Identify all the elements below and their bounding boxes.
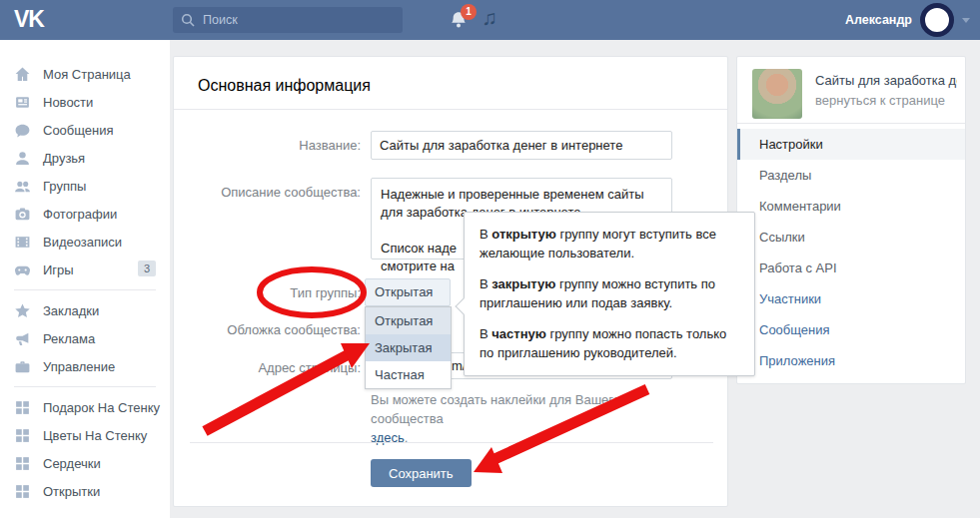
- sidebar-item-label: Фотографии: [43, 207, 117, 222]
- sidebar-item-photos[interactable]: Фотографии: [0, 200, 170, 228]
- gamepad-icon: [14, 261, 31, 278]
- nav-item-apps[interactable]: Приложения: [737, 345, 965, 376]
- sidebar-item-videos[interactable]: Видеозаписи: [0, 228, 170, 256]
- sidebar-item-bookmarks[interactable]: Закладки: [0, 296, 170, 324]
- camera-icon: [14, 206, 31, 223]
- tooltip-paragraph-private: В частную группу можно попасть только по…: [480, 325, 739, 362]
- notification-count-badge: 1: [461, 4, 477, 20]
- description-line: Надежные и проверенные временем сайты: [381, 186, 662, 204]
- sidebar-item-app-postcards[interactable]: Открытки: [0, 477, 170, 505]
- sidebar-item-messages[interactable]: Сообщения: [0, 116, 170, 144]
- sidebar-item-label: Игры: [43, 262, 74, 277]
- top-bar: VK 1 ♫ Александр: [0, 0, 980, 40]
- sidebar-item-label: Подарок На Стенку: [43, 400, 160, 415]
- save-button[interactable]: Сохранить: [371, 459, 472, 487]
- app-grid-icon: [14, 399, 31, 416]
- home-icon: [14, 66, 31, 83]
- sidebar-item-label: Новости: [43, 95, 93, 110]
- app-grid-icon: [14, 427, 31, 444]
- search-icon: [181, 13, 195, 27]
- sidebar-item-friends[interactable]: Друзья: [0, 144, 170, 172]
- name-label: Название:: [174, 138, 361, 153]
- sidebar-item-games[interactable]: Игры 3: [0, 256, 170, 283]
- messages-icon: [14, 122, 31, 139]
- notifications-button[interactable]: 1: [449, 8, 475, 34]
- divider: [174, 109, 727, 110]
- megaphone-icon: [14, 330, 31, 347]
- sidebar-item-app-hearts[interactable]: Сердечки: [0, 449, 170, 477]
- type-option-closed[interactable]: Закрытая: [366, 334, 451, 361]
- sidebar-item-label: Группы: [43, 179, 86, 194]
- nav-item-sections[interactable]: Разделы: [737, 160, 965, 191]
- cover-label: Обложка сообщества:: [174, 322, 361, 337]
- vk-logo[interactable]: VK: [14, 6, 44, 33]
- nav-item-settings[interactable]: Настройки: [737, 129, 965, 160]
- tooltip-paragraph-open: В открытую группу могут вступить все жел…: [480, 226, 739, 262]
- news-icon: [14, 94, 31, 111]
- app-grid-icon: [14, 455, 31, 472]
- sidebar-item-label: Сердечки: [43, 456, 101, 471]
- type-option-private[interactable]: Частная: [366, 361, 451, 388]
- nav-item-comments[interactable]: Комментарии: [737, 191, 965, 222]
- settings-nav: Настройки Разделы Комментарии Ссылки Раб…: [737, 129, 965, 376]
- sidebar-item-label: Видеозаписи: [43, 235, 122, 250]
- back-to-page-link[interactable]: вернуться к странице: [815, 93, 945, 108]
- sidebar-item-label: Моя Страница: [43, 67, 131, 82]
- sidebar-item-app-flowers[interactable]: Цветы На Стенку: [0, 421, 170, 449]
- divider: [190, 442, 713, 443]
- nav-item-messages[interactable]: Сообщения: [737, 314, 965, 345]
- user-name: Александр: [845, 13, 912, 27]
- group-name-link[interactable]: Сайты для заработка де…: [815, 73, 957, 88]
- app-grid-icon: [14, 483, 31, 500]
- sidebar-item-label: Реклама: [43, 331, 95, 346]
- group-type-dropdown: Открытая Закрытая Частная: [365, 306, 452, 389]
- sidebar-item-app-gift[interactable]: Подарок На Стенку: [0, 393, 170, 421]
- briefcase-icon: [14, 358, 31, 375]
- music-icon[interactable]: ♫: [482, 6, 497, 30]
- user-menu[interactable]: Александр: [845, 0, 970, 40]
- group-name-input[interactable]: [371, 131, 672, 160]
- sidebar-item-label: Открытки: [43, 484, 100, 499]
- type-option-open[interactable]: Открытая: [366, 307, 451, 334]
- sidebar-item-label: Друзья: [43, 151, 85, 166]
- sidebar-item-label: Управление: [43, 359, 115, 374]
- sidebar-divider: [14, 289, 156, 290]
- friend-icon: [14, 150, 31, 167]
- group-type-tooltip: В открытую группу могут вступить все жел…: [464, 212, 755, 376]
- right-sidebar: Сайты для заработка де… вернуться к стра…: [736, 56, 966, 384]
- group-type-select[interactable]: Открытая: [365, 278, 451, 306]
- star-icon: [14, 302, 31, 319]
- sidebar-divider: [14, 386, 156, 387]
- chevron-down-icon: [962, 18, 970, 23]
- page-title: Основная информация: [198, 77, 371, 95]
- sidebar-item-ads[interactable]: Реклама: [0, 324, 170, 352]
- group-avatar[interactable]: [752, 69, 802, 119]
- sidebar-item-label: Закладки: [43, 303, 99, 318]
- search-input[interactable]: [173, 7, 403, 33]
- nav-item-members[interactable]: Участники: [737, 283, 965, 314]
- avatar: [920, 3, 954, 37]
- groups-icon: [14, 178, 31, 195]
- nav-item-api[interactable]: Работа с API: [737, 253, 965, 283]
- divider: [737, 123, 965, 124]
- group-type-label: Тип группы:: [174, 285, 361, 300]
- stickers-hint: Вы можете создать наклейки для Вашего со…: [371, 390, 690, 447]
- tooltip-paragraph-closed: В закрытую группу можно вступить по приг…: [480, 275, 739, 312]
- sidebar-item-label: Цветы На Стенку: [43, 428, 147, 443]
- film-icon: [14, 234, 31, 251]
- sidebar-item-manage[interactable]: Управление: [0, 352, 170, 380]
- sidebar-item-my-page[interactable]: Моя Страница: [0, 60, 170, 88]
- description-label: Описание сообщества:: [174, 185, 361, 200]
- games-count-badge: 3: [138, 260, 156, 276]
- sidebar-item-groups[interactable]: Группы: [0, 172, 170, 200]
- sidebar-item-label: Сообщения: [43, 123, 114, 138]
- left-sidebar: Моя Страница Новости Сообщения Друзья Гр…: [0, 40, 170, 518]
- address-label: Адрес страницы:: [174, 360, 361, 375]
- nav-item-links[interactable]: Ссылки: [737, 222, 965, 253]
- sidebar-item-news[interactable]: Новости: [0, 88, 170, 116]
